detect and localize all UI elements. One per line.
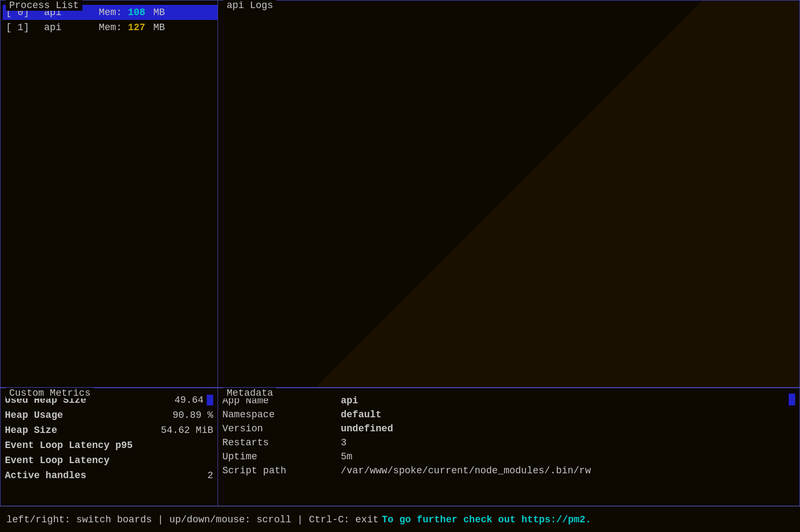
process-item-1[interactable]: [ 1] api Mem: 127 MB [3,20,217,35]
metadata-row-uptime: Uptime 5m [222,450,795,464]
metric-value-heap-usage: 90.89 % [170,410,213,421]
metric-label-active-handles: Active handles [5,470,170,481]
status-bar-right: To go further check out https://pm2. [382,514,591,525]
api-logs-content [218,1,799,387]
metadata-app-icon [789,394,795,405]
process-mem-label-0: Mem: [81,7,128,18]
metric-label-event-loop: Event Loop Latency [5,455,170,466]
status-bar: left/right: switch boards | up/down/mous… [0,506,800,532]
metadata-value-app-name: api [341,395,358,406]
process-pid-1: [ 1] [6,22,38,33]
metadata-row-version: Version undefined [222,422,795,436]
metadata-value-version: undefined [341,423,393,434]
metadata-key-version: Version [222,423,341,434]
process-list-title: Process List [6,0,82,11]
process-mem-value-1: 127 [128,22,145,33]
metric-label-heap-usage: Heap Usage [5,410,170,421]
process-list-panel: Process List [ 0] api Mem: 108 MB [ 1] a… [0,0,218,388]
metadata-content: App Name api Namespace default Version u… [218,388,799,478]
metadata-row-namespace: Namespace default [222,408,795,422]
metric-label-heap-size: Heap Size [5,425,161,436]
metric-value-active-handles: 2 [170,470,213,481]
metric-label-event-loop-p95: Event Loop Latency p95 [5,440,170,451]
metric-bar-used-heap-size [207,395,213,405]
metadata-value-uptime: 5m [341,451,353,462]
metadata-key-uptime: Uptime [222,451,341,462]
metric-row-event-loop-p95: Event Loop Latency p95 [5,439,213,452]
metadata-panel: Metadata App Name api Namespace default … [218,388,800,506]
process-mem-label-1: Mem: [81,22,128,33]
metadata-row-restarts: Restarts 3 [222,436,795,450]
metadata-value-script-path: /var/www/spoke/current/node_modules/.bin… [341,465,591,476]
process-mem-value-0: 108 [128,7,145,18]
metric-value-used-heap-size: 49.64 [160,395,203,405]
process-mem-unit-1: MB [148,22,165,33]
metadata-row-app-name: App Name api [222,394,795,408]
metric-row-heap-size: Heap Size 54.62 MiB [5,424,213,437]
metadata-key-namespace: Namespace [222,409,341,420]
status-bar-left: left/right: switch boards | up/down/mous… [6,514,378,525]
custom-metrics-content: Used Heap Size 49.64 Heap Usage 90.89 % … [1,388,217,482]
metadata-title: Metadata [223,388,276,398]
metadata-value-namespace: default [341,409,382,420]
metric-row-active-handles: Active handles 2 [5,469,213,482]
metadata-key-restarts: Restarts [222,437,341,448]
custom-metrics-panel: Custom Metrics Used Heap Size 49.64 Heap… [0,388,218,506]
custom-metrics-title: Custom Metrics [6,388,94,398]
process-name-1: api [38,22,81,33]
metric-row-heap-usage: Heap Usage 90.89 % [5,409,213,422]
api-logs-title: api Logs [223,0,276,11]
metric-value-heap-size: 54.62 MiB [161,425,213,436]
api-logs-panel: api Logs [218,0,800,388]
metadata-key-script-path: Script path [222,465,341,476]
metadata-value-restarts: 3 [341,437,347,448]
process-mem-unit-0: MB [148,7,165,18]
metadata-row-script-path: Script path /var/www/spoke/current/node_… [222,464,795,478]
metric-row-event-loop: Event Loop Latency [5,454,213,467]
